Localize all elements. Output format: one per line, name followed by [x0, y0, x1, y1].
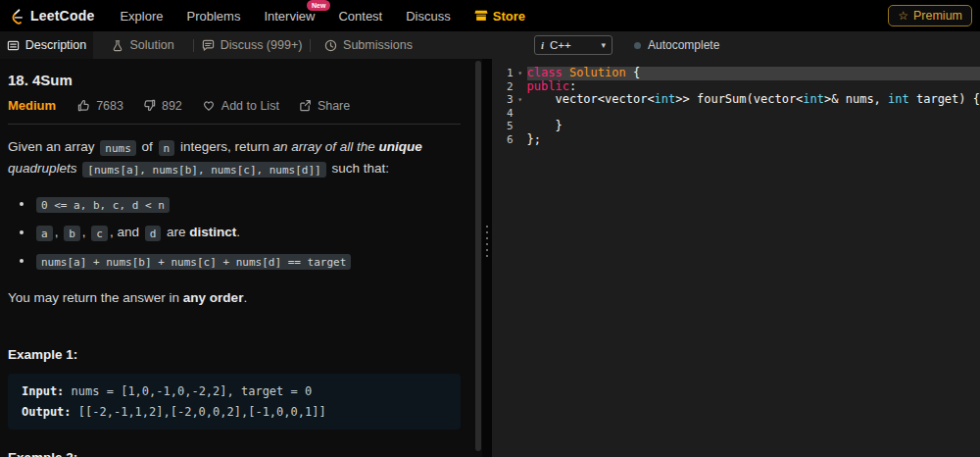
problem-title: 18. 4Sum — [8, 72, 461, 88]
list-item: a, b, c, and d are distinct. — [34, 222, 461, 243]
discuss-icon — [202, 39, 215, 52]
output-value: [[-2,-1,1,2],[-2,0,0,2],[-1,0,0,1]] — [72, 405, 326, 419]
drag-dot-icon — [486, 226, 488, 228]
line-number: 2 — [492, 80, 514, 94]
code-line-4[interactable]: 4 — [492, 107, 980, 121]
code-editor[interactable]: 1 ▾ class Solution { 2 public: 3 ▾ vecto… — [492, 59, 980, 457]
autocomplete-toggle[interactable]: Autocomplete — [634, 38, 719, 52]
thumbs-down-icon — [143, 99, 156, 112]
tab-bar: Description Solution Discuss (999+) Subm… — [0, 31, 980, 59]
brand-name: LeetCode — [30, 8, 94, 24]
add-to-list-button[interactable]: Add to List — [202, 99, 279, 113]
code-chip: [nums[a], nums[b], nums[c], nums[d]] — [82, 162, 325, 178]
nav-item-interview[interactable]: Interview New — [264, 9, 315, 24]
tab-description[interactable]: Description — [0, 31, 93, 59]
line-number: 4 — [492, 107, 514, 121]
example-1-block: Input: nums = [1,0,-1,0,-2,2], target = … — [8, 374, 461, 430]
code-line-6[interactable]: 6 }; — [492, 133, 980, 147]
nav-item-explore[interactable]: Explore — [120, 9, 163, 24]
clock-icon — [324, 39, 337, 52]
line-number: 3 — [492, 93, 514, 107]
line-number: 5 — [492, 120, 514, 133]
language-select[interactable]: i C++ ▾ — [534, 35, 612, 55]
panel-scrollbar[interactable] — [475, 61, 481, 451]
tab-solution[interactable]: Solution — [93, 31, 193, 59]
heart-icon — [202, 99, 216, 112]
constraint-list: 0 <= a, b, c, d < n a, b, c, and d are d… — [34, 193, 461, 272]
code-line-1[interactable]: 1 ▾ class Solution { — [492, 67, 980, 80]
code-chip: nums[a] + nums[b] + nums[c] + nums[d] ==… — [36, 254, 351, 270]
input-value: nums = [1,0,-1,0,-2,2], target = 0 — [64, 384, 312, 398]
problem-statement: Given an array nums of n integers, retur… — [8, 136, 461, 179]
code-chip: nums — [100, 140, 136, 156]
nav-item-discuss[interactable]: Discuss — [406, 9, 451, 24]
line-number: 1 — [492, 67, 514, 80]
list-item: nums[a] + nums[b] + nums[c] + nums[d] ==… — [34, 250, 461, 272]
difficulty-badge: Medium — [8, 98, 56, 113]
flask-icon — [112, 39, 123, 52]
top-navbar: LeetCode Explore Problems Interview New … — [0, 0, 980, 31]
premium-button[interactable]: ☆ Premium — [888, 5, 972, 26]
thumbs-up-icon — [77, 99, 90, 112]
drag-dot-icon — [486, 243, 488, 245]
share-icon — [299, 99, 312, 112]
code-line-3[interactable]: 3 ▾ vector<vector<int>> fourSum(vector<i… — [492, 93, 980, 107]
drag-dot-icon — [486, 237, 488, 239]
code-chip: b — [64, 226, 80, 241]
leetcode-logo-icon — [8, 7, 24, 25]
code-chip: 0 <= a, b, c, d < n — [36, 197, 170, 213]
nav-item-store[interactable]: Store — [474, 9, 525, 24]
line-number: 6 — [492, 133, 514, 147]
problem-meta-row: Medium 7683 892 Add to List — [8, 98, 461, 113]
output-label: Output: — [22, 405, 72, 419]
meta-divider — [8, 124, 461, 125]
store-icon — [474, 9, 488, 23]
dislike-button[interactable]: 892 — [143, 99, 182, 113]
order-note: You may return the answer in any order. — [8, 287, 461, 308]
tab-submissions[interactable]: Submissions — [311, 31, 426, 59]
code-chip: a — [36, 226, 53, 241]
drag-dot-icon — [486, 255, 488, 257]
chevron-down-icon: ▾ — [601, 40, 606, 50]
share-button[interactable]: Share — [299, 99, 350, 113]
code-chip: c — [91, 226, 108, 241]
star-icon: ☆ — [898, 9, 908, 23]
nav-item-contest[interactable]: Contest — [338, 9, 382, 24]
autocomplete-label: Autocomplete — [648, 38, 719, 52]
code-chip: d — [145, 226, 162, 241]
language-value: C++ — [550, 39, 571, 51]
fold-icon[interactable]: ▾ — [514, 93, 527, 107]
example-2-label: Example 2: — [8, 447, 461, 457]
autocomplete-indicator-icon — [634, 42, 641, 49]
description-icon — [7, 39, 20, 52]
language-icon: i — [541, 39, 544, 51]
dislike-count: 892 — [162, 99, 182, 113]
problem-panel: 18. 4Sum Medium 7683 892 Add to List — [0, 59, 482, 457]
code-chip: n — [159, 140, 175, 156]
code-line-2[interactable]: 2 public: — [492, 80, 980, 94]
like-count: 7683 — [96, 99, 123, 113]
new-badge: New — [307, 0, 330, 11]
nav-item-problems[interactable]: Problems — [186, 9, 240, 24]
input-label: Input: — [22, 384, 64, 398]
leetcode-logo[interactable]: LeetCode — [8, 7, 94, 25]
drag-dot-icon — [486, 231, 488, 233]
list-item: 0 <= a, b, c, d < n — [34, 193, 461, 215]
example-1-label: Example 1: — [8, 344, 461, 365]
split-drag-handle[interactable] — [482, 59, 491, 457]
tab-discuss[interactable]: Discuss (999+) — [194, 31, 310, 59]
code-line-5[interactable]: 5 } — [492, 120, 980, 133]
drag-dot-icon — [486, 249, 488, 251]
fold-icon[interactable]: ▾ — [514, 67, 527, 80]
like-button[interactable]: 7683 — [77, 99, 123, 113]
